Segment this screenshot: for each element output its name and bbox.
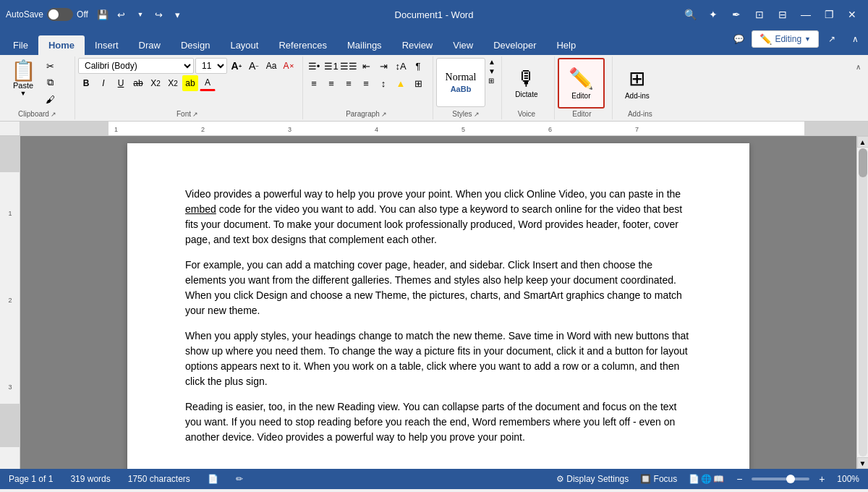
- clipboard-expand-icon[interactable]: ↗: [51, 111, 56, 118]
- autosave-pill[interactable]: [47, 8, 73, 21]
- multilevel-button[interactable]: ☰☰: [341, 58, 357, 74]
- minimize-button[interactable]: —: [796, 4, 816, 25]
- grow-font-button[interactable]: A+: [229, 58, 244, 74]
- embed-link[interactable]: embed: [185, 203, 216, 215]
- line-spacing-button[interactable]: ↕: [375, 75, 391, 91]
- align-center-button[interactable]: ≡: [323, 75, 339, 91]
- font-size-select[interactable]: 11: [195, 58, 227, 74]
- dictate-button[interactable]: 🎙 Dictate: [505, 58, 548, 109]
- web-view-button[interactable]: 🌐: [701, 474, 712, 484]
- tab-file[interactable]: File: [3, 35, 38, 55]
- scroll-down-button[interactable]: ▼: [857, 457, 869, 469]
- superscript-button[interactable]: X2: [165, 75, 181, 91]
- zoom-slider-thumb[interactable]: [786, 475, 795, 483]
- designer-button[interactable]: ✦: [703, 4, 723, 25]
- clear-formatting-button[interactable]: A✕: [281, 58, 297, 74]
- undo-dropdown[interactable]: ▼: [132, 6, 149, 23]
- styles-gallery-button[interactable]: Normal AaBb: [436, 58, 485, 107]
- word-count[interactable]: 319 words: [67, 472, 113, 485]
- font-expand-icon[interactable]: ↗: [192, 111, 198, 118]
- tab-mailings[interactable]: Mailings: [337, 35, 392, 55]
- tab-help[interactable]: Help: [546, 35, 586, 55]
- sort-button[interactable]: ↕A: [393, 58, 409, 74]
- tab-insert[interactable]: Insert: [85, 35, 129, 55]
- paste-button[interactable]: 📋 Paste ▼: [6, 58, 41, 100]
- styles-expand-button[interactable]: ⊞: [488, 77, 495, 85]
- tab-developer[interactable]: Developer: [483, 35, 546, 55]
- shading-button[interactable]: ▲: [393, 75, 409, 91]
- editing-mode-button[interactable]: ✏️ Editing ▼: [752, 30, 819, 48]
- print-view-button[interactable]: 📄: [689, 474, 699, 484]
- addins-button[interactable]: ⊞ Add-ins: [616, 58, 659, 109]
- autosave-toggle[interactable]: AutoSave Off: [6, 8, 88, 21]
- comment-button[interactable]: 💬: [728, 29, 749, 49]
- ribbon-collapse-button[interactable]: ∧: [845, 29, 865, 49]
- format-painter-button[interactable]: 🖌: [42, 91, 58, 107]
- page-number-icon[interactable]: 📄: [205, 472, 221, 485]
- share-button[interactable]: ↗: [822, 29, 842, 49]
- borders-button[interactable]: ⊞: [410, 75, 426, 91]
- tab-design[interactable]: Design: [171, 35, 220, 55]
- zoom-out-button[interactable]: −: [733, 472, 746, 485]
- scroll-thumb[interactable]: [859, 148, 867, 177]
- italic-button[interactable]: I: [95, 75, 111, 91]
- redo-button[interactable]: ↪: [150, 6, 168, 23]
- styles-expand-icon[interactable]: ↗: [474, 111, 480, 118]
- tab-home[interactable]: Home: [38, 35, 85, 55]
- maximize-button[interactable]: ❐: [819, 4, 839, 25]
- align-right-button[interactable]: ≡: [341, 75, 357, 91]
- font-family-select[interactable]: Calibri (Body): [78, 58, 194, 74]
- strikethrough-button[interactable]: ab: [130, 75, 146, 91]
- close-button[interactable]: ✕: [842, 4, 862, 25]
- paste-dropdown[interactable]: ▼: [20, 90, 27, 97]
- underline-button[interactable]: U: [113, 75, 129, 91]
- subscript-button[interactable]: X2: [148, 75, 163, 91]
- track-changes-icon[interactable]: ✏: [233, 472, 246, 485]
- document-area[interactable]: Video provides a powerful way to help yo…: [20, 136, 856, 469]
- zoom-slider[interactable]: [752, 478, 809, 480]
- tab-references[interactable]: References: [268, 35, 336, 55]
- numbering-button[interactable]: ☰1: [323, 58, 339, 74]
- quick-access-more[interactable]: ▾: [169, 6, 187, 23]
- undo-button[interactable]: ↩: [113, 6, 130, 23]
- text-highlight-button[interactable]: ab: [182, 75, 198, 91]
- tab-view[interactable]: View: [443, 35, 483, 55]
- paragraph-expand-icon[interactable]: ↗: [381, 111, 387, 118]
- copilot-button[interactable]: ✒: [726, 4, 746, 25]
- scroll-track[interactable]: [859, 148, 867, 457]
- bullets-button[interactable]: ☰•: [306, 58, 322, 74]
- font-color-button[interactable]: A: [200, 75, 216, 91]
- restore-window-button[interactable]: ⊡: [749, 4, 770, 25]
- show-hide-button[interactable]: ¶: [410, 58, 426, 74]
- save-button[interactable]: 💾: [94, 6, 111, 23]
- scroll-up-button[interactable]: ▲: [857, 136, 869, 148]
- decrease-indent-button[interactable]: ⇤: [358, 58, 374, 74]
- styles-down-button[interactable]: ▼: [488, 67, 495, 75]
- ribbon-display-button[interactable]: ⊟: [773, 4, 793, 25]
- zoom-in-button[interactable]: +: [815, 472, 828, 485]
- increase-indent-button[interactable]: ⇥: [375, 58, 391, 74]
- reading-view-button[interactable]: 📖: [713, 474, 724, 484]
- bold-button[interactable]: B: [78, 75, 94, 91]
- editor-button[interactable]: ✏️ Editor: [558, 58, 605, 109]
- display-settings-button[interactable]: ⚙ Display Settings: [553, 472, 631, 485]
- tab-draw[interactable]: Draw: [129, 35, 171, 55]
- zoom-percent[interactable]: 100%: [834, 472, 862, 485]
- justify-button[interactable]: ≡: [358, 75, 374, 91]
- page-info[interactable]: Page 1 of 1: [6, 472, 56, 485]
- cut-button[interactable]: ✂: [42, 58, 58, 74]
- shrink-font-button[interactable]: A−: [246, 58, 262, 74]
- styles-up-button[interactable]: ▲: [488, 58, 495, 66]
- document-content[interactable]: Video provides a powerful way to help yo…: [185, 187, 692, 445]
- vertical-scrollbar[interactable]: ▲ ▼: [856, 136, 868, 469]
- tab-layout[interactable]: Layout: [220, 35, 268, 55]
- tab-review[interactable]: Review: [392, 35, 443, 55]
- ribbon-collapse-chevron[interactable]: ∧: [851, 59, 865, 74]
- align-left-button[interactable]: ≡: [306, 75, 322, 91]
- char-count[interactable]: 1750 characters: [125, 472, 193, 485]
- change-case-button[interactable]: Aa: [263, 58, 279, 74]
- copy-button[interactable]: ⧉: [42, 75, 58, 90]
- search-button[interactable]: 🔍: [680, 4, 700, 25]
- focus-button[interactable]: 🔲 Focus: [637, 472, 680, 485]
- paste-label: Paste: [13, 81, 33, 90]
